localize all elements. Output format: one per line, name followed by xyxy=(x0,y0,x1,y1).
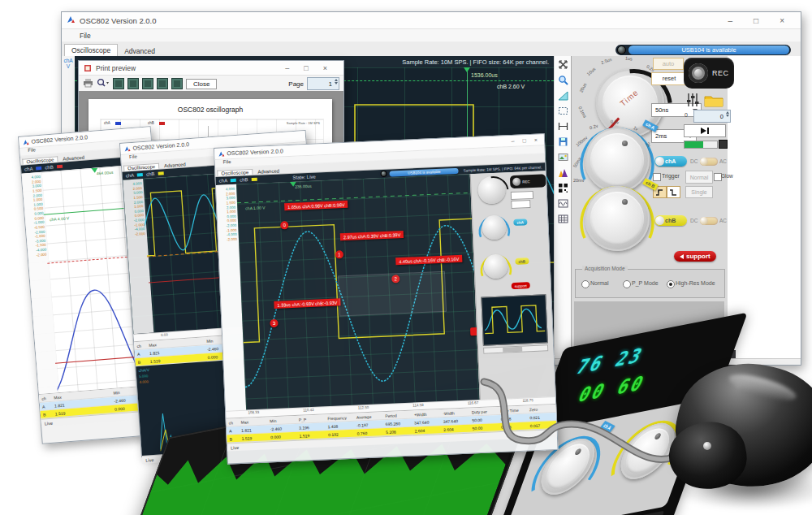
usb-status[interactable]: USB104 is available xyxy=(615,45,791,55)
time-cursor-marker-icon[interactable] xyxy=(464,67,470,72)
chb-toggle[interactable]: chB xyxy=(654,215,687,226)
menu-file[interactable]: File xyxy=(80,32,91,40)
radio-pp-mode[interactable] xyxy=(623,280,631,288)
trigger-mode-normal[interactable]: Normal xyxy=(685,171,713,184)
toggle-knob-icon xyxy=(700,158,708,166)
minimize-button[interactable]: – xyxy=(728,16,733,25)
usb-indicator-icon xyxy=(617,45,626,54)
zoom-icon[interactable] xyxy=(558,75,568,85)
close-button[interactable]: × xyxy=(323,64,327,72)
usb-indicator-icon xyxy=(381,171,387,177)
chb-dcac-toggle[interactable] xyxy=(700,217,718,225)
page-label: Page xyxy=(288,80,304,88)
rec-button[interactable]: REC xyxy=(684,58,734,89)
stage: OSC802 Version 2.0.0 – □ × File Oscillos… xyxy=(0,0,812,515)
close-preview-button[interactable]: Close xyxy=(186,79,217,89)
radio-hires-mode[interactable] xyxy=(667,280,675,288)
three-page-button[interactable] xyxy=(142,78,153,89)
select-region-icon[interactable] xyxy=(558,106,568,116)
dc-label[interactable]: DC xyxy=(690,218,698,223)
radio-normal-label[interactable]: Normal xyxy=(590,280,609,286)
support-button[interactable]: support xyxy=(674,251,716,262)
preview-cha-swatch-icon xyxy=(115,122,121,125)
maximize-button[interactable]: □ xyxy=(304,64,308,72)
frame-spinner[interactable]: 0 xyxy=(693,110,731,123)
app-logo-icon xyxy=(123,145,131,153)
mini-select[interactable] xyxy=(511,191,533,200)
ruler-icon[interactable] xyxy=(558,90,568,101)
acquisition-mode-group: Acquisition Mode Normal P_P Mode High-Re… xyxy=(575,269,725,298)
print-preview-toolbar: Close Page 1 xyxy=(79,76,343,93)
play-icon-bar xyxy=(707,128,709,134)
mini-select[interactable] xyxy=(511,200,530,209)
preview-chb-swatch-icon xyxy=(159,122,165,125)
reset-button[interactable]: reset xyxy=(651,72,687,85)
dc-label[interactable]: DC xyxy=(690,158,698,164)
spin-down-icon[interactable] xyxy=(726,115,729,117)
preview-cha-label: chA xyxy=(104,121,110,125)
waveform-box-icon[interactable] xyxy=(558,198,568,209)
main-titlebar[interactable]: OSC802 Version 2.0.0 – □ × xyxy=(62,12,801,29)
print-preview-titlebar[interactable]: Print preview – □ × xyxy=(79,61,343,76)
chb-swatch-icon xyxy=(158,171,163,175)
print-icon[interactable] xyxy=(83,78,93,89)
preview-chb-label: chB xyxy=(148,121,154,125)
four-page-button[interactable] xyxy=(157,78,168,89)
mini-support-button[interactable]: support xyxy=(512,282,530,289)
radio-pp-label[interactable]: P_P Mode xyxy=(632,280,659,286)
radio-hires-label[interactable]: High-Res Mode xyxy=(676,280,715,286)
cha-knob-dot xyxy=(622,141,628,146)
screenshot-icon[interactable] xyxy=(558,152,568,162)
mini-rec-button[interactable]: REC xyxy=(510,174,546,188)
plot-area[interactable]: 236.00us chA 1.00 V 0 1.65us chA:0.98V c… xyxy=(236,174,480,409)
two-page-button[interactable] xyxy=(127,78,139,89)
dial-tick-label: 1us xyxy=(625,55,633,61)
mini-cha-toggle[interactable]: chA xyxy=(513,219,527,226)
zoom-dropdown[interactable] xyxy=(97,78,110,89)
ac-label[interactable]: AC xyxy=(719,218,727,223)
rec-disc-icon xyxy=(689,63,708,83)
grid-icon[interactable] xyxy=(558,214,568,224)
auto-button[interactable]: auto xyxy=(653,58,684,70)
folder-icon[interactable] xyxy=(704,93,723,108)
one-page-button[interactable] xyxy=(113,78,124,89)
six-page-button[interactable] xyxy=(171,78,183,89)
chb-volt-knob-face[interactable] xyxy=(590,192,644,245)
spin-up-icon[interactable] xyxy=(335,79,338,81)
control-panel: 20us 10us 2.5us 1us 0.2s 0.1ms 0.2ms 1ms… xyxy=(571,56,728,359)
mini-chb-toggle[interactable]: chB xyxy=(515,258,529,265)
minimize-button[interactable]: – xyxy=(285,64,289,72)
save-icon[interactable] xyxy=(558,136,568,147)
cha-level-label: chA 1.00 V xyxy=(245,205,265,210)
ac-label[interactable]: AC xyxy=(719,158,727,164)
radio-normal[interactable] xyxy=(581,280,590,288)
dial-tick-label: 2.5us xyxy=(600,57,612,65)
cha-toggle[interactable]: chA xyxy=(654,156,687,167)
speaker-icon xyxy=(680,254,684,259)
spin-down-icon[interactable] xyxy=(335,82,338,84)
fit-view-icon[interactable] xyxy=(558,59,568,70)
qr-code-icon[interactable] xyxy=(558,183,568,193)
measure-horizontal-icon[interactable] xyxy=(558,121,568,132)
rec-disc-icon xyxy=(512,178,520,186)
acquisition-mode-title: Acquisition Mode xyxy=(582,266,628,271)
maximize-button[interactable]: □ xyxy=(754,16,758,25)
play-button[interactable] xyxy=(684,124,726,137)
close-button[interactable]: × xyxy=(534,137,538,143)
falling-edge-button[interactable] xyxy=(667,186,680,198)
maximize-button[interactable]: □ xyxy=(522,137,526,143)
trigger-mode-single[interactable]: Single xyxy=(685,186,713,198)
toggle-ball-icon xyxy=(655,157,664,166)
waveform-thumbnail[interactable] xyxy=(481,294,548,345)
histogram-icon[interactable] xyxy=(558,167,568,178)
close-button[interactable]: × xyxy=(780,16,784,25)
mixer-icon[interactable] xyxy=(685,92,700,109)
mini-control-panel: REC chA chB support xyxy=(470,171,555,400)
spin-up-icon[interactable] xyxy=(726,111,729,114)
minimize-button[interactable]: – xyxy=(512,138,515,144)
cha-dcac-toggle[interactable] xyxy=(700,158,718,166)
stop-button[interactable] xyxy=(719,140,728,149)
usb-status-label: USB104 is available xyxy=(628,45,789,54)
window-title: OSC802 Version 2.0.0 xyxy=(132,141,189,151)
page-spinner[interactable]: 1 xyxy=(307,77,339,90)
